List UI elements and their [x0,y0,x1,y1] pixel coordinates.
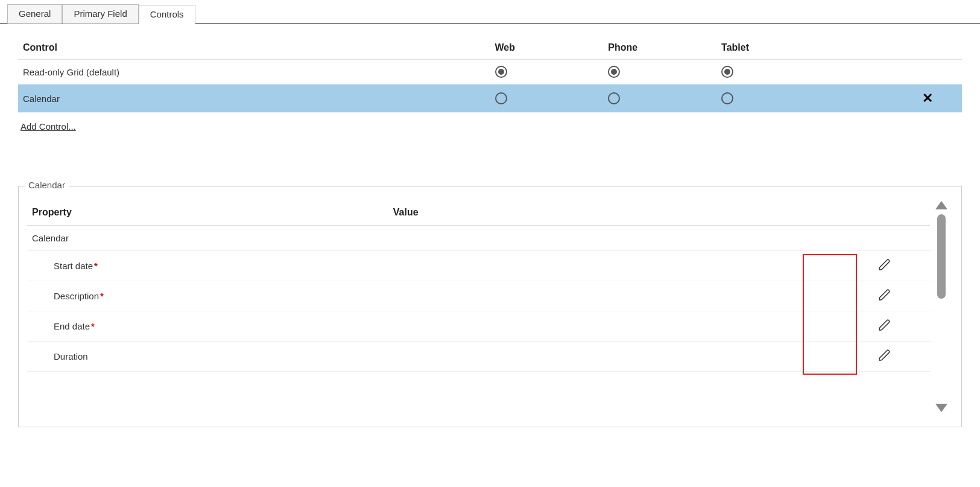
controls-header-action [830,36,962,60]
required-star-icon: * [100,291,104,301]
fieldset-legend: Calendar [25,180,69,190]
pencil-icon[interactable] [878,319,891,332]
props-group-row: Calendar [27,226,930,251]
remove-control-icon[interactable]: ✕ [922,91,957,106]
scroll-thumb[interactable] [937,214,946,299]
required-star-icon: * [94,261,98,271]
controls-row[interactable]: Read-only Grid (default) [18,60,962,84]
props-row: Start date* [27,251,930,281]
radio-web[interactable] [495,92,507,104]
props-header-value: Value [388,199,840,226]
tab-general[interactable]: General [7,4,62,24]
tab-primary-field[interactable]: Primary Field [62,4,138,24]
controls-header-phone: Phone [603,36,716,60]
scroll-up-icon[interactable] [935,201,947,209]
controls-header-control: Control [18,36,490,60]
scrollbar [930,199,953,415]
props-row: Description* [27,281,930,311]
add-control-link[interactable]: Add Control... [18,121,76,132]
tab-content: Control Web Phone Tablet Read-only Grid … [0,24,980,439]
radio-web[interactable] [495,66,507,78]
tabs-bar: General Primary Field Controls [0,0,980,24]
props-row: Duration [27,342,930,372]
properties-table: Property Value Calendar Start date* [27,199,930,372]
props-row-label: End date* [27,311,388,342]
props-row-value [388,342,840,372]
pencil-icon[interactable] [878,258,891,272]
props-row-value [388,281,840,311]
pencil-icon[interactable] [878,288,891,302]
radio-phone[interactable] [608,66,620,78]
controls-header-web: Web [490,36,604,60]
pencil-icon[interactable] [878,349,891,362]
scroll-track[interactable] [937,214,946,399]
properties-fieldset: Calendar Property Value Calendar [18,186,962,427]
controls-header-tablet: Tablet [716,36,830,60]
props-header-property: Property [27,199,388,226]
props-row-value [388,251,840,281]
scroll-down-icon[interactable] [935,404,947,412]
control-name-cell: Read-only Grid (default) [18,60,490,84]
radio-tablet[interactable] [721,66,733,78]
props-row-value [388,311,840,342]
radio-tablet[interactable] [721,92,733,104]
controls-table: Control Web Phone Tablet Read-only Grid … [18,36,962,113]
required-star-icon: * [91,321,95,331]
props-row: End date* [27,311,930,342]
props-row-label: Start date* [27,251,388,281]
tab-controls[interactable]: Controls [139,5,195,24]
control-name-cell: Calendar [18,84,490,113]
props-group-label: Calendar [27,226,388,251]
props-row-label: Description* [27,281,388,311]
radio-phone[interactable] [608,92,620,104]
controls-row[interactable]: Calendar ✕ [18,84,962,113]
props-row-label: Duration [27,342,388,372]
